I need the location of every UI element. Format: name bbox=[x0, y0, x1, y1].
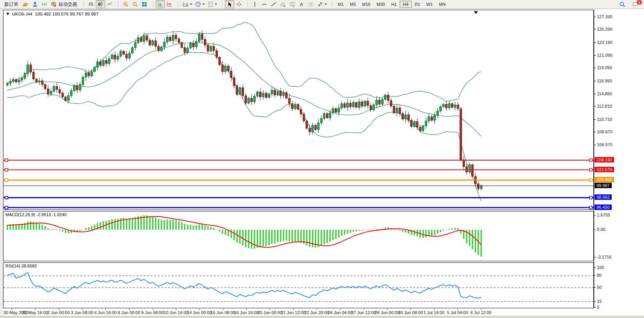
fibonacci-icon[interactable]: F bbox=[288, 0, 297, 8]
bear-candle bbox=[445, 104, 447, 108]
time-tick-mark bbox=[129, 309, 130, 310]
rsi-tick-mark bbox=[594, 275, 596, 276]
arrows-icon[interactable] bbox=[316, 0, 328, 8]
bear-candle bbox=[41, 81, 43, 85]
trendline-icon[interactable] bbox=[269, 0, 278, 8]
candlestick-chart-icon[interactable] bbox=[96, 0, 105, 8]
price-tick-label: 119.050 bbox=[597, 65, 612, 70]
window-left-edge bbox=[0, 9, 3, 318]
crosshair-icon[interactable] bbox=[234, 0, 244, 8]
gold-icon[interactable] bbox=[21, 0, 30, 8]
macd-histogram-bar bbox=[190, 225, 191, 230]
horizontal-line-icon[interactable] bbox=[260, 0, 269, 8]
level-line-handle[interactable] bbox=[590, 168, 592, 171]
time-tick-label: 9 Jun 08:00 bbox=[141, 310, 164, 315]
bear-candle bbox=[33, 72, 35, 79]
bear-candle bbox=[15, 80, 17, 82]
time-tick-mark bbox=[387, 309, 388, 310]
zoom-out-icon[interactable] bbox=[130, 0, 140, 8]
timeframe-mn[interactable]: MN bbox=[436, 1, 449, 8]
bull-candle bbox=[346, 103, 348, 107]
macd-chart[interactable] bbox=[4, 211, 593, 261]
chat-icon[interactable]: 1 bbox=[631, 0, 640, 8]
time-tick-label: 29 Jun 00:00 bbox=[375, 310, 400, 315]
macd-histogram-bar bbox=[152, 217, 153, 230]
bull-candle bbox=[94, 67, 96, 72]
bear-candle bbox=[76, 86, 78, 90]
time-axis[interactable]: 30 May 202231 May 16:002 Jun 00:003 Jun … bbox=[3, 309, 594, 316]
equidistant-channel-icon[interactable]: E bbox=[278, 0, 288, 8]
timeframe-m5[interactable]: M5 bbox=[347, 1, 359, 8]
timeframe-h1[interactable]: H1 bbox=[388, 1, 400, 8]
bull-candle bbox=[102, 61, 104, 66]
bear-candle bbox=[335, 108, 337, 112]
level-line-handle[interactable] bbox=[5, 179, 8, 182]
cursor-icon[interactable] bbox=[225, 0, 234, 8]
line-chart-icon[interactable] bbox=[105, 0, 114, 8]
auto-trading-button[interactable]: 自动交易 bbox=[49, 0, 80, 8]
level-line-handle[interactable] bbox=[590, 206, 592, 209]
new-order-button[interactable]: 新订单 bbox=[2, 0, 21, 8]
bull-candle bbox=[160, 47, 162, 51]
price-level-badge: 99.987 bbox=[595, 183, 612, 188]
macd-histogram-bar bbox=[434, 230, 435, 235]
tile-windows-icon[interactable] bbox=[140, 0, 149, 8]
level-line-handle[interactable] bbox=[590, 196, 592, 199]
chart-menu-triangle-icon[interactable] bbox=[6, 13, 9, 15]
signal-icon[interactable] bbox=[40, 0, 49, 8]
timeframe-d1[interactable]: D1 bbox=[412, 1, 423, 8]
macd-histogram-bar bbox=[146, 215, 147, 230]
timeframe-w1[interactable]: W1 bbox=[423, 1, 436, 8]
macd-histogram-bar bbox=[161, 220, 162, 230]
level-line-handle[interactable] bbox=[5, 206, 8, 209]
zoom-in-icon[interactable] bbox=[121, 0, 130, 8]
price-axis[interactable]: 127.330125.290123.190121.090119.050116.9… bbox=[594, 10, 644, 308]
label-icon[interactable]: T bbox=[306, 0, 316, 8]
chart-shift-icon[interactable] bbox=[165, 0, 174, 8]
timeframe-h4[interactable]: H4 bbox=[400, 1, 411, 8]
timeframe-m30[interactable]: M30 bbox=[374, 1, 388, 8]
bear-candle bbox=[154, 41, 156, 46]
bollinger-upper-band bbox=[7, 22, 481, 101]
candlestick-chart[interactable] bbox=[4, 10, 593, 210]
bar-chart-icon[interactable] bbox=[86, 0, 96, 8]
vertical-line-icon[interactable] bbox=[250, 0, 260, 8]
bull-candle bbox=[329, 113, 331, 118]
time-tick-label: 27 Jun 12:00 bbox=[351, 310, 376, 315]
level-line-handle[interactable] bbox=[590, 159, 592, 161]
macd-histogram-bar bbox=[291, 230, 293, 242]
bear-candle bbox=[193, 43, 195, 47]
chart-shift-marker[interactable] bbox=[474, 11, 478, 14]
level-line-handle[interactable] bbox=[5, 196, 8, 199]
indicators-icon[interactable] bbox=[181, 0, 193, 8]
toolbar-group bbox=[177, 0, 218, 8]
price-chart-panel[interactable]: UKOil-,H4 100.492 100.576 99.767 99.987 bbox=[3, 10, 594, 210]
level-line-handle[interactable] bbox=[5, 168, 8, 171]
level-line-handle[interactable] bbox=[590, 179, 592, 182]
templates-icon[interactable] bbox=[206, 0, 218, 8]
bear-candle bbox=[367, 101, 369, 105]
time-tick-mark bbox=[82, 309, 82, 310]
equidistant-channel-icon: E bbox=[280, 1, 286, 8]
price-tick-label: 106.570 bbox=[597, 142, 612, 147]
bull-candle bbox=[376, 100, 377, 105]
rsi-indicator-panel[interactable]: RSI(14) 28.6582 bbox=[3, 262, 594, 308]
bear-candle bbox=[370, 105, 372, 110]
bear-candle bbox=[213, 46, 215, 51]
rsi-chart[interactable] bbox=[4, 263, 593, 308]
bull-candle bbox=[384, 95, 386, 99]
text-icon[interactable]: A bbox=[297, 0, 306, 8]
macd-histogram-bar bbox=[47, 228, 49, 230]
level-line-handle[interactable] bbox=[5, 159, 8, 161]
time-tick-mark bbox=[176, 309, 176, 310]
timeframe-m15[interactable]: M15 bbox=[359, 1, 374, 8]
macd-histogram-bar bbox=[318, 230, 319, 247]
periods-icon[interactable] bbox=[193, 0, 206, 8]
macd-histogram-bar bbox=[449, 229, 450, 230]
search-icon[interactable] bbox=[618, 0, 627, 8]
macd-indicator-panel[interactable]: MACD(12,26,9) -2.9513 -1.9240 bbox=[3, 211, 594, 261]
profile-icon[interactable] bbox=[30, 0, 40, 8]
timeframe-m1[interactable]: M1 bbox=[335, 1, 347, 8]
auto-scroll-icon[interactable] bbox=[156, 0, 165, 8]
toolbar-group: 新订单自动交易 bbox=[2, 0, 80, 8]
